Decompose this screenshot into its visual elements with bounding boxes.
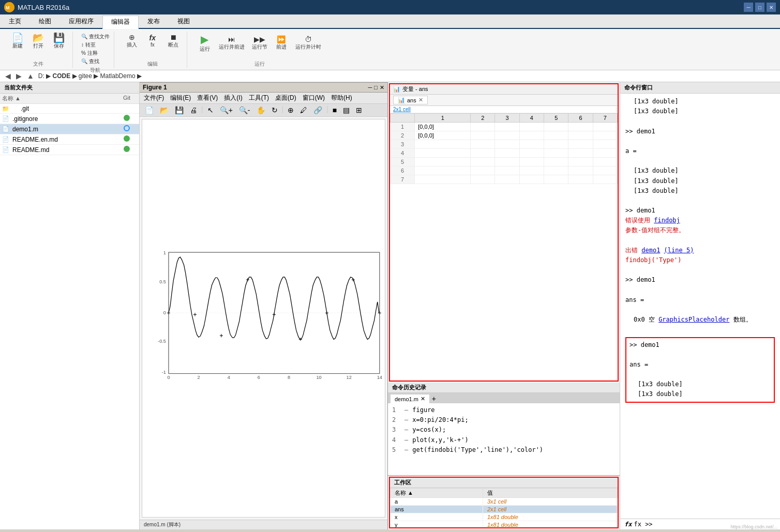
- var-cell[interactable]: [519, 149, 544, 158]
- fig-save-btn[interactable]: 💾: [173, 105, 186, 115]
- fig-grid-btn[interactable]: ⊞: [354, 105, 364, 115]
- tab-add-button[interactable]: +: [430, 394, 438, 403]
- var-tab-close[interactable]: ✕: [418, 97, 423, 103]
- cw-demo1-link[interactable]: demo1: [641, 247, 660, 254]
- cw-line5-link[interactable]: (line 5): [664, 247, 694, 254]
- file-item-gitignore[interactable]: 📄 .gitignore: [0, 114, 139, 124]
- var-cell[interactable]: [471, 175, 495, 184]
- var-cell[interactable]: [495, 140, 519, 149]
- comment-btn[interactable]: % 注释: [81, 49, 110, 57]
- fig-menu-window[interactable]: 窗口(W): [303, 94, 325, 102]
- var-cell[interactable]: [568, 149, 593, 158]
- ws-table-row[interactable]: ans2x1 cell: [391, 506, 618, 513]
- var-cell[interactable]: [415, 149, 471, 158]
- run-button[interactable]: ▶ 运行: [196, 32, 214, 54]
- var-cell[interactable]: [568, 140, 593, 149]
- goto-btn[interactable]: ↕ 转至: [81, 41, 110, 49]
- fig-zoom-in-btn[interactable]: 🔍+: [218, 105, 235, 115]
- var-cell[interactable]: [471, 149, 495, 158]
- var-cell[interactable]: [415, 140, 471, 149]
- tab-apps[interactable]: 应用程序: [60, 14, 102, 28]
- open-button[interactable]: 📂 打开: [29, 32, 48, 51]
- window-controls[interactable]: ─ □ ✕: [744, 3, 776, 12]
- var-cell[interactable]: [519, 166, 544, 175]
- var-cell[interactable]: [495, 175, 519, 184]
- var-cell[interactable]: [495, 149, 519, 158]
- var-cell[interactable]: [415, 175, 471, 184]
- figure-minimize[interactable]: ─: [368, 84, 372, 90]
- var-cell[interactable]: [593, 166, 617, 175]
- var-table-row[interactable]: 6: [391, 166, 618, 175]
- fig-data-cursor-btn[interactable]: ⊕: [286, 105, 296, 115]
- var-cell[interactable]: [471, 158, 495, 166]
- var-cell[interactable]: [593, 123, 617, 131]
- var-cell[interactable]: [593, 158, 617, 166]
- tab-view[interactable]: 视图: [169, 14, 199, 28]
- figure-maximize[interactable]: □: [374, 84, 378, 90]
- tab-editor[interactable]: 编辑器: [102, 16, 139, 29]
- var-cell[interactable]: [495, 158, 519, 166]
- var-cell[interactable]: [519, 175, 544, 184]
- file-item-readme-en[interactable]: 📄 README.en.md: [0, 134, 139, 145]
- tab-home[interactable]: 主页: [0, 14, 30, 28]
- fig-open-btn[interactable]: 📂: [158, 105, 171, 115]
- maximize-button[interactable]: □: [755, 3, 764, 12]
- close-button[interactable]: ✕: [767, 3, 776, 12]
- var-cell[interactable]: [471, 166, 495, 175]
- run-time-button[interactable]: ⏱ 运行并计时: [293, 34, 324, 52]
- var-cell[interactable]: [544, 123, 568, 131]
- fig-link-btn[interactable]: 🔗: [311, 105, 324, 115]
- fig-new-btn[interactable]: 📄: [143, 105, 156, 115]
- insert-button[interactable]: ⊕ 插入: [123, 32, 141, 50]
- var-cell[interactable]: [471, 131, 495, 140]
- var-cell[interactable]: [593, 149, 617, 158]
- fig-pan-btn[interactable]: ✋: [254, 105, 267, 115]
- var-table-row[interactable]: 5: [391, 158, 618, 166]
- editor-tab-demo1[interactable]: demo1.m ✕: [390, 394, 430, 403]
- fig-arrow-btn[interactable]: ↖: [205, 105, 216, 115]
- var-cell[interactable]: [415, 158, 471, 166]
- up-button[interactable]: ▲: [26, 72, 35, 80]
- var-table-row[interactable]: 3: [391, 140, 618, 149]
- breakpoint-button[interactable]: ⏹ 断点: [164, 32, 183, 50]
- fig-menu-file[interactable]: 文件(F): [144, 94, 164, 102]
- var-cell[interactable]: [568, 158, 593, 166]
- var-cell[interactable]: [568, 166, 593, 175]
- var-cell[interactable]: [519, 123, 544, 131]
- fig-menu-desktop[interactable]: 桌面(D): [275, 94, 296, 102]
- var-cell[interactable]: [519, 131, 544, 140]
- var-cell[interactable]: [544, 131, 568, 140]
- new-button[interactable]: 📄 新建: [8, 32, 27, 51]
- cw-findobj-link[interactable]: findobj: [654, 217, 680, 224]
- fig-brush-btn[interactable]: 🖊: [298, 105, 309, 115]
- file-item-demo1[interactable]: 📄 demo1.m: [0, 124, 139, 134]
- var-cell[interactable]: [495, 123, 519, 131]
- var-table-row[interactable]: 4: [391, 149, 618, 158]
- fig-rotate-btn[interactable]: ↻: [269, 105, 280, 115]
- fig-menu-edit[interactable]: 编辑(E): [170, 94, 191, 102]
- fig-menu-view[interactable]: 查看(V): [197, 94, 218, 102]
- variable-type-link[interactable]: 2x1 cell: [393, 107, 411, 112]
- var-cell[interactable]: [568, 175, 593, 184]
- var-cell[interactable]: [593, 140, 617, 149]
- var-cell[interactable]: [568, 123, 593, 131]
- var-table-row[interactable]: 1[0,0,0]: [391, 123, 618, 131]
- var-cell[interactable]: [544, 149, 568, 158]
- var-cell[interactable]: [519, 158, 544, 166]
- run-section-button[interactable]: ▶▶ 运行节: [249, 34, 270, 52]
- var-cell[interactable]: [471, 123, 495, 131]
- var-cell[interactable]: [544, 175, 568, 184]
- var-cell[interactable]: [593, 175, 617, 184]
- editor-tab-close[interactable]: ✕: [421, 396, 425, 402]
- find-btn[interactable]: 🔍 查找: [81, 57, 110, 66]
- forward-button[interactable]: ▶: [15, 72, 23, 80]
- tab-publish[interactable]: 发布: [139, 14, 169, 28]
- file-item-git[interactable]: 📁 .git: [0, 104, 139, 114]
- var-cell[interactable]: [495, 166, 519, 175]
- fig-legend-btn[interactable]: ▤: [341, 105, 352, 115]
- var-cell[interactable]: [519, 140, 544, 149]
- variable-tab-ans[interactable]: 📊 ans ✕: [393, 96, 428, 104]
- var-cell[interactable]: [0,0,0]: [415, 123, 471, 131]
- fig-menu-help[interactable]: 帮助(H): [331, 94, 352, 102]
- cw-graphicsph-link[interactable]: GraphicsPlaceholder: [658, 316, 729, 323]
